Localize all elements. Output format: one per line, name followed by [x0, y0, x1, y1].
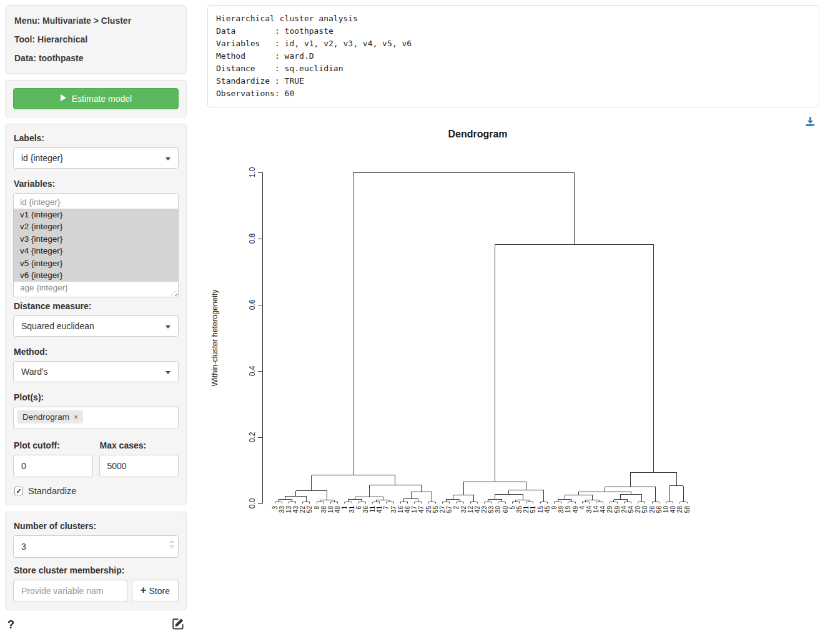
standardize-checkbox[interactable]: ✓	[14, 487, 23, 495]
max-cases-input[interactable]	[99, 455, 179, 477]
help-icon[interactable]: ?	[7, 618, 14, 632]
controls-card: Labels: id {integer} Variables: id {inte…	[5, 124, 187, 505]
summary-text: Hierarchical cluster analysis Data : too…	[216, 12, 811, 100]
svg-text:47: 47	[418, 506, 425, 513]
svg-text:36: 36	[362, 506, 369, 513]
svg-text:55: 55	[432, 506, 439, 513]
sidebar-footer: ?	[5, 617, 187, 632]
estimate-model-button[interactable]: Estimate model	[13, 88, 179, 109]
store-button-label: Store	[149, 586, 170, 596]
svg-text:21: 21	[523, 506, 530, 513]
store-membership-label: Store cluster membership:	[14, 565, 179, 575]
y-axis: 0.00.20.40.60.81.0	[248, 167, 262, 508]
tool-label: Tool: Hierarchical	[14, 34, 179, 44]
svg-text:14: 14	[593, 506, 600, 513]
svg-text:0.4: 0.4	[248, 365, 257, 376]
dendrogram-svg: Dendrogram Within-cluster heterogeneity …	[207, 116, 819, 536]
play-icon	[60, 94, 67, 104]
svg-text:4: 4	[579, 506, 586, 510]
svg-text:28: 28	[676, 506, 683, 513]
download-plot-icon[interactable]	[805, 116, 816, 129]
svg-text:39: 39	[558, 506, 565, 513]
number-stepper[interactable]	[169, 540, 174, 548]
svg-text:57: 57	[446, 506, 453, 513]
remove-tag-icon[interactable]: ×	[74, 414, 78, 421]
max-cases-label: Max cases:	[100, 440, 179, 450]
svg-text:0.0: 0.0	[248, 498, 257, 508]
svg-text:56: 56	[656, 506, 663, 513]
svg-text:10: 10	[663, 506, 669, 513]
svg-text:1.0: 1.0	[248, 167, 257, 177]
plots-input[interactable]: Dendrogram ×	[13, 407, 179, 429]
chevron-down-icon	[165, 325, 170, 329]
method-select-value: Ward's	[21, 367, 48, 377]
variables-option[interactable]: age {integer}	[14, 282, 178, 294]
variables-option[interactable]: v5 {integer}	[14, 257, 178, 270]
main-panel: Hierarchical cluster analysis Data : too…	[207, 5, 819, 547]
store-button[interactable]: + Store	[132, 580, 179, 602]
svg-text:2: 2	[453, 506, 460, 510]
svg-text:0.6: 0.6	[248, 299, 257, 310]
edit-icon[interactable]	[172, 618, 184, 632]
menu-breadcrumb: Menu: Multivariate > Cluster	[14, 16, 179, 26]
plot-cutoff-input[interactable]	[13, 455, 93, 477]
number-of-clusters-input[interactable]	[13, 535, 179, 558]
svg-text:35: 35	[516, 506, 523, 513]
variables-option[interactable]: v1 {integer}	[14, 209, 178, 221]
svg-text:23: 23	[481, 506, 488, 513]
svg-text:20: 20	[635, 506, 641, 513]
method-label: Method:	[14, 347, 179, 357]
labels-label: Labels:	[14, 133, 179, 143]
svg-text:17: 17	[411, 506, 418, 513]
svg-text:34: 34	[586, 506, 593, 513]
labels-select[interactable]: id {integer}	[13, 147, 179, 169]
method-select[interactable]: Ward's	[13, 361, 179, 382]
svg-text:50: 50	[641, 506, 648, 513]
svg-text:38: 38	[320, 506, 327, 513]
number-of-clusters-label: Number of clusters:	[14, 521, 179, 531]
svg-text:37: 37	[390, 506, 397, 513]
plot-title: Dendrogram	[448, 129, 507, 139]
dataset-label: Data: toothpaste	[14, 53, 179, 63]
svg-text:9: 9	[551, 506, 558, 510]
svg-text:26: 26	[649, 506, 656, 513]
variables-option[interactable]: v2 {integer}	[14, 220, 178, 233]
chevron-down-icon	[165, 157, 170, 161]
variables-option[interactable]: v3 {integer}	[14, 233, 178, 245]
clusters-card: Number of clusters: Store cluster member…	[5, 512, 187, 610]
svg-text:0.8: 0.8	[248, 233, 257, 244]
svg-text:60: 60	[502, 506, 509, 513]
svg-text:5: 5	[509, 506, 516, 510]
svg-text:27: 27	[439, 506, 446, 513]
svg-text:24: 24	[621, 506, 628, 513]
variables-label: Variables:	[14, 179, 179, 189]
svg-text:45: 45	[544, 506, 551, 513]
svg-text:32: 32	[460, 506, 467, 513]
distance-select-value: Squared euclidean	[21, 321, 94, 331]
variables-option[interactable]: v6 {integer}	[14, 269, 178, 282]
store-variable-input[interactable]	[13, 580, 127, 602]
dendrogram-plot: Dendrogram Within-cluster heterogeneity …	[207, 116, 819, 547]
variables-option[interactable]: id {integer}	[14, 196, 178, 209]
svg-text:6: 6	[355, 506, 362, 510]
svg-text:15: 15	[537, 506, 544, 513]
leaf-labels: 3331343225283818481316361141737164617472…	[272, 506, 691, 513]
svg-text:12: 12	[467, 506, 474, 513]
plot-tag: Dendrogram ×	[17, 410, 83, 424]
svg-text:22: 22	[299, 506, 306, 513]
svg-text:25: 25	[425, 506, 432, 513]
svg-text:46: 46	[404, 506, 411, 513]
variables-option[interactable]: v4 {integer}	[14, 245, 178, 257]
svg-text:42: 42	[474, 506, 481, 513]
estimate-model-label: Estimate model	[72, 94, 132, 104]
variables-listbox[interactable]: id {integer}v1 {integer}v2 {integer}v3 {…	[13, 193, 179, 297]
svg-text:16: 16	[397, 506, 404, 513]
standardize-label: Standardize	[28, 486, 76, 496]
svg-text:40: 40	[669, 506, 676, 513]
svg-text:19: 19	[565, 506, 571, 513]
distance-select[interactable]: Squared euclidean	[13, 315, 179, 337]
svg-text:52: 52	[306, 506, 313, 513]
dendrogram-lines	[275, 172, 687, 503]
plot-tag-label: Dendrogram	[22, 412, 69, 422]
plot-cutoff-label: Plot cutoff:	[14, 440, 93, 450]
